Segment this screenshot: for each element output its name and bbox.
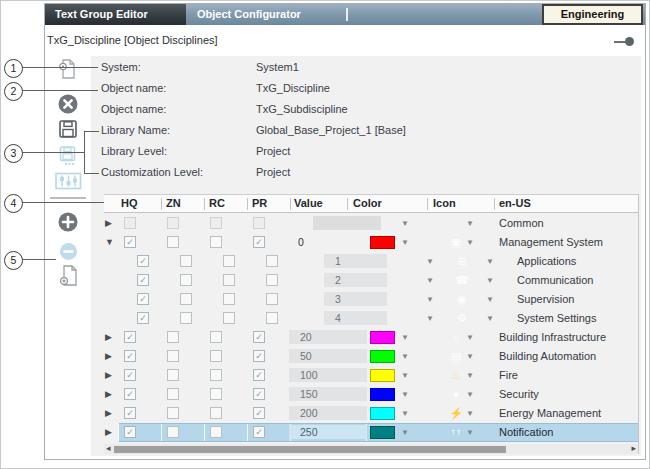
table-row[interactable]: ▶✓✓50▼▤▼Building Automation bbox=[104, 347, 638, 366]
expand-arrow-icon[interactable]: ▶ bbox=[105, 408, 112, 418]
color-swatch[interactable] bbox=[370, 350, 395, 363]
customize-columns-button[interactable] bbox=[55, 170, 82, 194]
table-row[interactable]: ▶✓✓150▼●▼Security bbox=[104, 385, 638, 404]
checkbox-zn[interactable] bbox=[167, 236, 179, 248]
new-subgroup-button[interactable] bbox=[58, 264, 80, 290]
checkbox-pr[interactable]: ✓ bbox=[253, 407, 265, 419]
checkbox-hq[interactable]: ✓ bbox=[137, 312, 149, 324]
checkbox-rc[interactable] bbox=[223, 312, 235, 324]
checkbox-rc[interactable] bbox=[210, 407, 222, 419]
icon-dropdown-icon[interactable]: ▼ bbox=[466, 238, 474, 247]
add-row-button[interactable] bbox=[57, 211, 79, 235]
color-swatch[interactable] bbox=[370, 388, 395, 401]
value-field[interactable]: 4 bbox=[324, 311, 387, 325]
color-swatch[interactable] bbox=[370, 331, 395, 344]
icon-dropdown-icon[interactable]: ▼ bbox=[466, 390, 474, 399]
icon-dropdown-icon[interactable]: ▼ bbox=[486, 276, 494, 285]
color-swatch[interactable] bbox=[370, 369, 395, 382]
checkbox-rc[interactable] bbox=[210, 217, 222, 229]
pin-icon-dot[interactable] bbox=[625, 37, 634, 46]
color-dropdown-icon[interactable]: ▼ bbox=[401, 219, 409, 228]
checkbox-zn[interactable] bbox=[180, 293, 192, 305]
checkbox-hq[interactable]: ✓ bbox=[124, 407, 136, 419]
value-field[interactable]: 1 bbox=[324, 254, 387, 268]
icon-dropdown-icon[interactable]: ▼ bbox=[466, 428, 474, 437]
checkbox-hq[interactable]: ✓ bbox=[137, 255, 149, 267]
checkbox-hq[interactable]: ✓ bbox=[124, 426, 136, 438]
icon-dropdown-icon[interactable]: ▼ bbox=[466, 219, 474, 228]
scroll-right-icon[interactable]: ▸ bbox=[631, 443, 636, 453]
table-row[interactable]: ▶✓✓200▼⚡▼Energy Management bbox=[104, 404, 638, 423]
icon-dropdown-icon[interactable]: ▼ bbox=[466, 352, 474, 361]
icon-dropdown-icon[interactable]: ▼ bbox=[466, 333, 474, 342]
color-swatch[interactable] bbox=[370, 407, 395, 420]
expand-arrow-icon[interactable]: ▶ bbox=[105, 351, 112, 361]
table-row[interactable]: ▶✓✓20▼⌂▼Building Infrastructure bbox=[104, 328, 638, 347]
icon-dropdown-icon[interactable]: ▼ bbox=[486, 295, 494, 304]
checkbox-rc[interactable] bbox=[210, 350, 222, 362]
icon-dropdown-icon[interactable]: ▼ bbox=[466, 371, 474, 380]
value-field[interactable]: 200 bbox=[289, 406, 367, 420]
checkbox-rc[interactable] bbox=[223, 274, 235, 286]
color-dropdown-icon[interactable]: ▼ bbox=[401, 390, 409, 399]
expand-arrow-icon[interactable]: ▶ bbox=[105, 370, 112, 380]
save-as-button[interactable] bbox=[57, 145, 79, 169]
collapse-arrow-icon[interactable]: ▼ bbox=[105, 237, 114, 247]
value-field[interactable]: 3 bbox=[324, 292, 387, 306]
new-text-group-button[interactable] bbox=[57, 58, 79, 82]
table-row[interactable]: ✓3▼◉▼Supervision bbox=[104, 290, 638, 309]
checkbox-rc[interactable] bbox=[210, 331, 222, 343]
value-field[interactable]: 2 bbox=[324, 273, 387, 287]
engineering-mode-button[interactable]: Engineering bbox=[542, 4, 643, 25]
checkbox-hq[interactable]: ✓ bbox=[124, 369, 136, 381]
value-field[interactable]: 50 bbox=[289, 349, 367, 363]
checkbox-hq[interactable] bbox=[124, 217, 136, 229]
table-row[interactable]: ✓2▼☎▼Communication bbox=[104, 271, 638, 290]
table-row[interactable]: ▶✓✓250▼T T▼Notification bbox=[104, 423, 638, 442]
checkbox-pr[interactable] bbox=[266, 293, 278, 305]
color-dropdown-icon[interactable]: ▼ bbox=[426, 276, 434, 285]
expand-arrow-icon[interactable]: ▶ bbox=[105, 389, 112, 399]
checkbox-pr[interactable]: ✓ bbox=[253, 331, 265, 343]
checkbox-pr[interactable]: ✓ bbox=[253, 236, 265, 248]
checkbox-pr[interactable]: ✓ bbox=[253, 388, 265, 400]
checkbox-zn[interactable] bbox=[167, 217, 179, 229]
icon-dropdown-icon[interactable]: ▼ bbox=[466, 409, 474, 418]
checkbox-rc[interactable] bbox=[210, 236, 222, 248]
checkbox-rc[interactable] bbox=[210, 369, 222, 381]
color-dropdown-icon[interactable]: ▼ bbox=[401, 409, 409, 418]
checkbox-zn[interactable] bbox=[167, 350, 179, 362]
checkbox-zn[interactable] bbox=[180, 274, 192, 286]
checkbox-hq[interactable]: ✓ bbox=[137, 293, 149, 305]
scrollbar-thumb[interactable] bbox=[114, 446, 506, 453]
color-dropdown-icon[interactable]: ▼ bbox=[426, 295, 434, 304]
checkbox-zn[interactable] bbox=[180, 312, 192, 324]
color-dropdown-icon[interactable]: ▼ bbox=[401, 352, 409, 361]
checkbox-zn[interactable] bbox=[180, 255, 192, 267]
checkbox-pr[interactable] bbox=[253, 217, 265, 229]
tab-text-group-editor[interactable]: Text Group Editor bbox=[45, 4, 186, 25]
color-dropdown-icon[interactable]: ▼ bbox=[401, 371, 409, 380]
checkbox-pr[interactable]: ✓ bbox=[253, 350, 265, 362]
color-dropdown-icon[interactable]: ▼ bbox=[401, 428, 409, 437]
checkbox-pr[interactable]: ✓ bbox=[253, 426, 265, 438]
icon-dropdown-icon[interactable]: ▼ bbox=[486, 314, 494, 323]
checkbox-pr[interactable]: ✓ bbox=[253, 369, 265, 381]
checkbox-zn[interactable] bbox=[167, 369, 179, 381]
checkbox-hq[interactable]: ✓ bbox=[124, 236, 136, 248]
color-dropdown-icon[interactable]: ▼ bbox=[426, 314, 434, 323]
table-row[interactable]: ✓1▼⊞▼Applications bbox=[104, 252, 638, 271]
tab-object-configurator[interactable]: Object Configurator bbox=[197, 4, 301, 25]
expand-arrow-icon[interactable]: ▶ bbox=[105, 332, 112, 342]
table-row[interactable]: ✓4▼⚙▼System Settings bbox=[104, 309, 638, 328]
checkbox-hq[interactable]: ✓ bbox=[124, 331, 136, 343]
color-dropdown-icon[interactable]: ▼ bbox=[401, 333, 409, 342]
checkbox-rc[interactable] bbox=[223, 293, 235, 305]
delete-button[interactable] bbox=[57, 93, 79, 117]
save-button[interactable] bbox=[57, 118, 79, 142]
value-field[interactable]: 150 bbox=[289, 387, 367, 401]
expand-arrow-icon[interactable]: ▶ bbox=[105, 218, 112, 228]
checkbox-rc[interactable] bbox=[210, 388, 222, 400]
horizontal-scrollbar[interactable]: ◂ ▸ bbox=[104, 444, 638, 454]
color-swatch[interactable] bbox=[370, 236, 395, 249]
